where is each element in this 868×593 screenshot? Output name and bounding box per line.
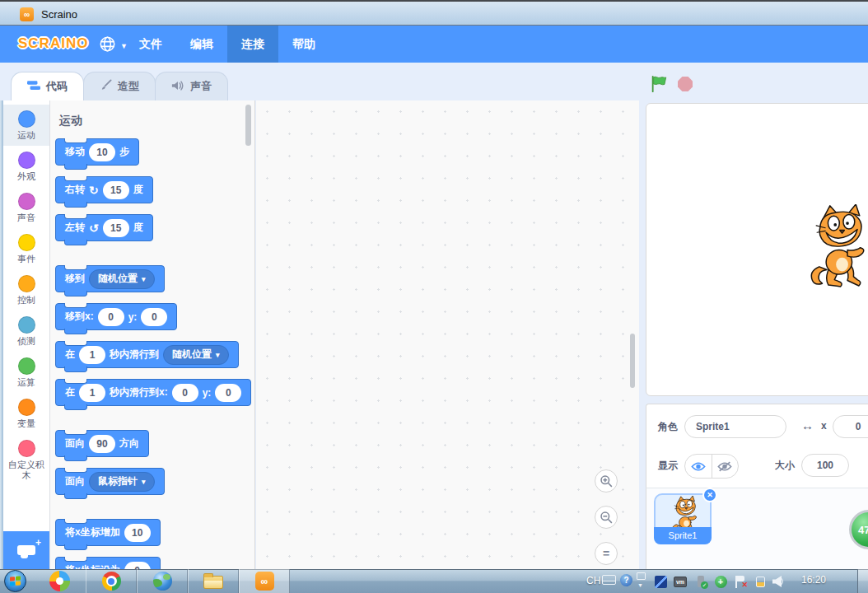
block-glide[interactable]: 在1秒内滑行到随机位置▾ xyxy=(55,341,239,368)
help-tray-icon[interactable]: ? xyxy=(620,574,632,586)
tray-expand-arrow[interactable]: ▼ xyxy=(637,582,643,588)
sprite-name-input[interactable]: Sprite1 xyxy=(684,415,786,438)
tab-row: 代码造型声音 xyxy=(0,63,868,100)
taskbar-chrome-button[interactable] xyxy=(86,569,137,593)
block-input[interactable]: 15 xyxy=(103,181,129,199)
block-input[interactable]: 90 xyxy=(89,435,115,453)
block-point-towards[interactable]: 面向鼠标指针▾ xyxy=(55,468,165,495)
dropdown-value: 随机位置 xyxy=(172,348,212,362)
delete-sprite-button[interactable]: ✕ xyxy=(702,488,717,502)
keyboard-tray-icon[interactable] xyxy=(602,575,616,585)
rotate-icon: ↻ xyxy=(89,184,99,196)
dropdown-value: 随机位置 xyxy=(98,272,138,286)
taskbar-explorer-button[interactable] xyxy=(188,569,239,593)
zoom-out-button[interactable] xyxy=(595,506,618,529)
sidebar-item-variables[interactable]: 变量 xyxy=(3,393,49,434)
category-color-dot xyxy=(18,357,35,375)
usb-tray-icon[interactable]: ✓ xyxy=(694,575,707,588)
block-move[interactable]: 移动10步 xyxy=(55,138,139,166)
menu-item-connect[interactable]: 连接 xyxy=(227,26,278,63)
add-extension-button[interactable]: + xyxy=(3,531,49,569)
block-label: 步 xyxy=(119,145,129,159)
block-turn-left[interactable]: 左转↺15度 xyxy=(55,214,153,241)
clock[interactable]: 16:20 xyxy=(784,574,843,586)
category-label: 控制 xyxy=(16,295,36,306)
show-label: 显示 xyxy=(658,459,678,473)
zoom-in-button[interactable] xyxy=(595,469,618,493)
menu-item-help[interactable]: 帮助 xyxy=(278,26,329,63)
block-input[interactable]: 0 xyxy=(141,308,167,326)
block-glide-xy[interactable]: 在1秒内滑行到x:0y:0 xyxy=(55,379,251,406)
block-label: 移动 xyxy=(65,145,85,159)
size-input[interactable]: 100 xyxy=(801,454,849,477)
sidebar-item-operators[interactable]: 运算 xyxy=(3,352,49,393)
taskbar-pinwheel-app-icon[interactable] xyxy=(49,571,70,591)
block-input[interactable]: 0 xyxy=(215,384,241,402)
block-input[interactable]: 1 xyxy=(79,346,105,364)
action-center-tray-icon[interactable]: ✕ xyxy=(734,575,747,588)
show-sprite-button[interactable] xyxy=(685,455,712,478)
language-selector[interactable]: ▼ xyxy=(99,35,128,56)
dropdown-value: 鼠标指针 xyxy=(98,474,138,488)
category-label: 侦测 xyxy=(16,336,36,347)
block-dropdown[interactable]: 随机位置▾ xyxy=(163,345,229,365)
stop-button[interactable] xyxy=(678,77,693,91)
block-input[interactable]: 15 xyxy=(103,219,129,237)
category-color-dot xyxy=(18,234,35,251)
taskbar-browser-button[interactable] xyxy=(137,569,188,593)
window-titlebar[interactable]: ∞ Scraino xyxy=(0,0,868,26)
block-goto-xy[interactable]: 移到x:0y:0 xyxy=(55,303,177,330)
tab-code[interactable]: 代码 xyxy=(11,72,84,100)
block-input[interactable]: 10 xyxy=(89,143,115,161)
block-input[interactable]: 0 xyxy=(124,562,151,570)
hidden-icons-button[interactable] xyxy=(637,572,646,580)
sidebar-item-events[interactable]: 事件 xyxy=(3,228,49,269)
power-lock-tray-icon[interactable] xyxy=(754,575,767,588)
hide-sprite-button[interactable] xyxy=(712,455,738,478)
globe-icon xyxy=(99,35,116,56)
script-scrollbar[interactable] xyxy=(630,334,635,388)
show-desktop-button[interactable] xyxy=(857,569,868,593)
language-indicator[interactable]: CH xyxy=(586,575,600,586)
sidebar-item-control[interactable]: 控制 xyxy=(3,269,49,311)
category-label: 运算 xyxy=(16,377,36,388)
sidebar-item-myblocks[interactable]: 自定义积木 xyxy=(3,434,49,486)
block-input[interactable]: 1 xyxy=(79,384,105,402)
sprite-card-name: Sprite1 xyxy=(654,527,712,544)
taskbar-scraino-button[interactable]: ∞ xyxy=(239,569,290,593)
block-point-direction[interactable]: 面向90方向 xyxy=(55,430,149,457)
cat-sprite[interactable] xyxy=(807,204,868,296)
sprite-card-selected[interactable]: Sprite1 ✕ xyxy=(654,493,712,544)
tab-costumes[interactable]: 造型 xyxy=(83,72,156,100)
sidebar-item-sound[interactable]: 声音 xyxy=(3,187,49,228)
sidebar-item-motion[interactable]: 运动 xyxy=(3,105,49,146)
block-input[interactable]: 0 xyxy=(172,384,198,402)
green-flag-button[interactable] xyxy=(650,75,668,93)
rotate-icon: ↺ xyxy=(89,222,99,234)
block-dropdown[interactable]: 鼠标指针▾ xyxy=(89,472,155,492)
vmware-tray-icon[interactable]: vm xyxy=(674,575,687,588)
sprite-list: Sprite1 ✕ xyxy=(646,488,868,569)
x-position-input[interactable]: 0 xyxy=(833,415,868,438)
block-label: 秒内滑行到 xyxy=(110,348,159,362)
block-turn-right[interactable]: 右转↻15度 xyxy=(55,176,153,203)
zoom-reset-button[interactable]: = xyxy=(595,542,618,565)
menu-item-file[interactable]: 文件 xyxy=(125,26,176,63)
block-input[interactable]: 0 xyxy=(98,308,124,326)
block-change-x[interactable]: 将x坐标增加10 xyxy=(55,519,161,546)
tab-sounds[interactable]: 声音 xyxy=(155,72,228,100)
tab-label: 造型 xyxy=(118,79,139,94)
block-dropdown[interactable]: 随机位置▾ xyxy=(89,269,155,289)
menu-item-edit[interactable]: 编辑 xyxy=(176,26,227,63)
script-canvas[interactable] xyxy=(256,100,639,569)
start-button[interactable] xyxy=(4,570,26,592)
block-input[interactable]: 10 xyxy=(124,524,151,542)
palette-scrollbar[interactable] xyxy=(245,105,251,146)
block-goto[interactable]: 移到随机位置▾ xyxy=(55,265,165,292)
antivirus-tray-icon[interactable]: + xyxy=(714,575,727,588)
sidebar-item-sensing[interactable]: 侦测 xyxy=(3,311,49,352)
sprite-label: 角色 xyxy=(658,420,678,434)
block-set-x[interactable]: 将x坐标设为0 xyxy=(55,557,161,569)
sidebar-item-looks[interactable]: 外观 xyxy=(3,146,49,187)
tray-app-icon[interactable] xyxy=(654,575,667,588)
